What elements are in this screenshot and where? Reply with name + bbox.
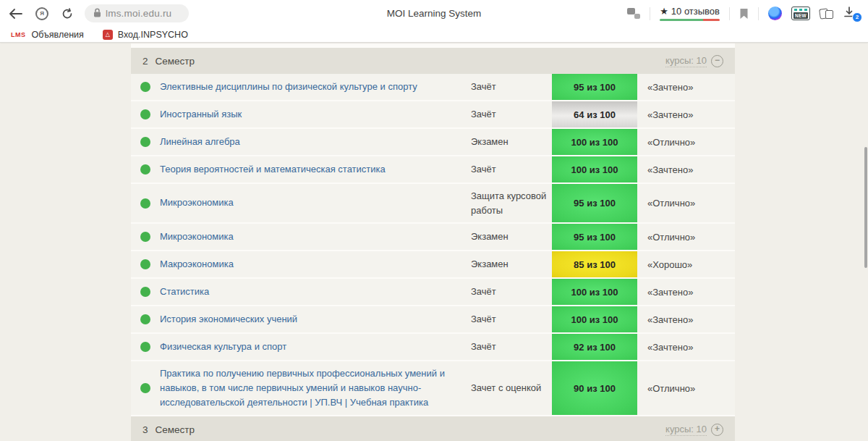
course-status-cell <box>131 137 160 147</box>
bookmarks-bar: LMS Объявления △ Вход.INPSYCHO <box>0 27 868 43</box>
assessment-type: Зачет с оценкой <box>471 376 552 400</box>
course-row: История экономических учений Зачёт 100 и… <box>131 306 735 334</box>
assessment-type: Экзамен <box>471 130 552 154</box>
course-status-cell <box>131 342 160 352</box>
grade-text: «Зачтено» <box>637 342 735 353</box>
assessment-type: Зачёт <box>471 157 552 182</box>
course-row: Теория вероятностей и математическая ста… <box>131 156 735 184</box>
status-dot-icon <box>140 232 150 242</box>
grade-text: «Зачтено» <box>637 287 735 298</box>
score-badge: 95 из 100 <box>552 224 637 250</box>
bookmark-flag-icon[interactable] <box>739 8 749 20</box>
course-name-link[interactable]: Микроэкономика <box>160 190 471 215</box>
download-count-badge: 2 <box>852 12 862 22</box>
status-dot-icon <box>140 287 150 297</box>
courses-count-link[interactable]: курсы: 10 <box>665 424 707 436</box>
course-name-link[interactable]: Теория вероятностей и математическая ста… <box>160 157 471 182</box>
score-badge: 100 из 100 <box>552 129 637 155</box>
course-name-link[interactable]: Макроэкономика <box>160 252 471 277</box>
url-text: lms.moi.edu.ru <box>106 8 171 19</box>
grade-text: «Хорошо» <box>637 259 735 270</box>
bookmark-label: Вход.INPSYCHO <box>118 30 188 40</box>
grade-text: «Отлично» <box>637 198 735 209</box>
semester-label: Семестр <box>156 56 195 67</box>
divider <box>650 7 650 20</box>
semester-3-header: 3 Семестр курсы: 10 + <box>131 416 735 441</box>
score-badge: 64 из 100 <box>552 101 637 127</box>
expand-icon[interactable]: + <box>711 424 723 436</box>
browser-window: Я lms.moi.edu.ru MOI Learning System ★ 1… <box>0 0 868 441</box>
status-dot-icon <box>140 314 150 324</box>
assessment-type: Зачёт <box>471 102 552 127</box>
course-status-cell <box>131 109 160 119</box>
refresh-icon[interactable] <box>61 8 73 20</box>
grades-table: 2 Семестр курсы: 10 − Элективные дисципл… <box>131 43 735 441</box>
score-badge: 95 из 100 <box>552 184 637 222</box>
course-row: Статистика Зачёт 100 из 100 «Зачтено» <box>131 279 735 306</box>
status-dot-icon <box>140 259 150 269</box>
course-name-link[interactable]: Практика по получению первичных професси… <box>160 361 471 415</box>
course-status-cell <box>131 82 160 92</box>
status-dot-icon <box>140 82 150 92</box>
lms-favicon: LMS <box>10 30 27 39</box>
assessment-type: Защита курсовой работы <box>471 184 552 222</box>
bookmark-label: Объявления <box>32 30 84 40</box>
assessment-type: Экзамен <box>471 252 552 277</box>
course-status-cell <box>131 314 160 324</box>
protect-icon[interactable] <box>627 8 640 19</box>
collapse-icon[interactable]: − <box>711 55 723 67</box>
reviews-rating-bar <box>660 19 720 21</box>
course-name-link[interactable]: Элективные дисциплины по физической куль… <box>160 75 471 99</box>
divider <box>729 7 730 20</box>
course-name-link[interactable]: Линейная алгебра <box>160 130 471 154</box>
course-status-cell <box>131 198 160 209</box>
course-name-link[interactable]: Статистика <box>160 280 471 304</box>
downloads-button[interactable]: 2 <box>843 7 859 21</box>
semester-label: Семестр <box>156 424 195 435</box>
courses-count-link[interactable]: курсы: 10 <box>665 55 707 67</box>
course-row: Элективные дисциплины по физической куль… <box>131 74 735 101</box>
divider <box>758 7 759 20</box>
browser-toolbar: Я lms.moi.edu.ru MOI Learning System ★ 1… <box>0 0 868 27</box>
score-badge: 92 из 100 <box>552 334 637 360</box>
course-name-link[interactable]: Иностранный язык <box>160 102 471 127</box>
assessment-type: Зачёт <box>471 280 552 304</box>
semester-number: 2 <box>142 56 148 67</box>
score-badge: 100 из 100 <box>552 306 637 332</box>
site-reviews-button[interactable]: ★ 10 отзывов <box>660 6 720 21</box>
course-name-link[interactable]: Микроэкономика <box>160 224 471 249</box>
new-badge: NEW <box>793 12 808 19</box>
vertical-scrollbar[interactable] <box>864 147 867 268</box>
course-row: Линейная алгебра Экзамен 100 из 100 «Отл… <box>131 129 735 156</box>
grade-text: «Зачтено» <box>637 164 735 175</box>
collections-icon[interactable] <box>820 8 834 20</box>
course-status-cell <box>131 259 160 269</box>
new-extension-icon[interactable]: NEW <box>791 7 810 20</box>
course-name-link[interactable]: История экономических учений <box>160 307 471 332</box>
assessment-type: Экзамен <box>471 224 552 249</box>
course-row: Микроэкономика Защита курсовой работы 95… <box>131 184 735 224</box>
yandex-browser-icon[interactable]: Я <box>35 7 48 20</box>
status-dot-icon <box>140 342 150 352</box>
bookmark-item-inpsycho[interactable]: △ Вход.INPSYCHO <box>103 30 188 40</box>
score-badge: 95 из 100 <box>552 74 637 100</box>
grade-text: «Зачтено» <box>637 314 735 325</box>
extension-orb-icon[interactable] <box>768 7 782 20</box>
grade-text: «Зачтено» <box>637 109 735 120</box>
reviews-label: 10 отзывов <box>671 6 720 17</box>
star-icon: ★ <box>660 7 668 16</box>
grade-text: «Отлично» <box>637 232 735 243</box>
course-row: Иностранный язык Зачёт 64 из 100 «Зачтен… <box>131 101 735 129</box>
course-status-cell <box>131 383 160 393</box>
back-icon[interactable] <box>9 9 22 19</box>
status-dot-icon <box>140 383 150 393</box>
course-status-cell <box>131 164 160 175</box>
score-badge: 90 из 100 <box>552 361 637 415</box>
grade-text: «Отлично» <box>637 383 735 394</box>
address-bar[interactable]: lms.moi.edu.ru <box>85 4 189 22</box>
semester-number: 3 <box>142 424 148 435</box>
course-name-link[interactable]: Физическая культура и спорт <box>160 335 471 359</box>
course-row: Микроэкономика Экзамен 95 из 100 «Отличн… <box>131 224 735 251</box>
status-dot-icon <box>140 109 150 119</box>
bookmark-item-announcements[interactable]: LMS Объявления <box>10 30 84 40</box>
